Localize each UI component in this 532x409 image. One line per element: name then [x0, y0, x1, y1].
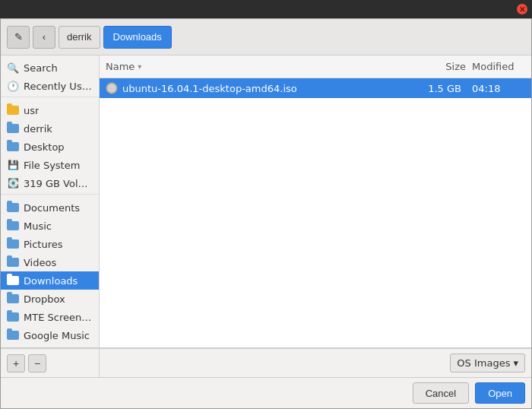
sidebar-item-derrik[interactable]: derrik [1, 119, 99, 138]
folder-documents-icon [7, 201, 19, 214]
drive-icon: 💾 [7, 159, 19, 171]
folder-blue-icon [7, 122, 19, 135]
file-disc-icon [106, 82, 118, 94]
edit-button[interactable]: ✎ [7, 26, 30, 49]
parent-folder-button[interactable]: derrik [59, 26, 100, 49]
table-row[interactable]: ubuntu-16.04.1-desktop-amd64.iso 1.5 GB … [100, 78, 531, 98]
filter-label: OS Images [457, 357, 510, 369]
sidebar-item-google-music[interactable]: Google Music [1, 326, 99, 344]
volume-icon: 💽 [7, 177, 19, 189]
folder-google-music-icon [7, 329, 19, 341]
col-name-label: Name [106, 61, 135, 72]
file-name-label: ubuntu-16.04.1-desktop-amd64.iso [122, 83, 410, 94]
sidebar-item-file-system[interactable]: 💾 File System [1, 156, 99, 174]
sidebar: 🔍 Search 🕐 Recently Used usr derrik [1, 55, 100, 347]
clock-icon: 🕐 [7, 80, 19, 92]
file-size-label: 1.5 GB [414, 83, 467, 94]
sidebar-label-usr: usr [24, 105, 39, 116]
main-file-area: Name ▾ Size Modified ubuntu-16.04.1-desk… [100, 55, 531, 347]
add-folder-button[interactable]: + [7, 354, 25, 373]
sidebar-label-downloads: Downloads [24, 275, 78, 287]
folder-music-icon [7, 220, 19, 232]
sidebar-label-videos: Videos [24, 257, 56, 268]
filter-area: OS Images ▾ [100, 349, 531, 377]
sidebar-item-pictures[interactable]: Pictures [1, 235, 99, 253]
sidebar-label-pictures: Pictures [24, 239, 62, 250]
sort-arrow-icon: ▾ [138, 62, 141, 71]
sidebar-item-recently-used[interactable]: 🕐 Recently Used [1, 77, 99, 95]
file-header: Name ▾ Size Modified [100, 55, 531, 78]
action-bar: Cancel Open [1, 377, 531, 408]
sidebar-item-downloads[interactable]: Downloads [1, 271, 99, 290]
edit-icon: ✎ [14, 31, 23, 43]
sidebar-item-music[interactable]: Music [1, 217, 99, 235]
sidebar-label-319gb: 319 GB Volume [24, 178, 93, 189]
folder-dropbox-icon [7, 293, 19, 305]
back-icon: ‹ [43, 31, 46, 43]
breadcrumb: derrik Downloads [59, 26, 172, 49]
folder-mte-icon [7, 311, 19, 323]
col-modified-header: Modified [472, 61, 525, 72]
file-modified-label: 04:18 [472, 83, 525, 94]
folder-pictures-icon [7, 238, 19, 250]
sidebar-item-dropbox[interactable]: Dropbox [1, 290, 99, 308]
back-button[interactable]: ‹ [33, 26, 55, 49]
sidebar-label-search: Search [24, 62, 58, 74]
sidebar-label-derrik: derrik [24, 123, 52, 135]
sidebar-label-mte: MTE Screensh... [24, 312, 93, 323]
open-button[interactable]: Open [475, 382, 525, 404]
dialog-bottom: + − OS Images ▾ Cancel Open [1, 347, 531, 408]
sidebar-item-319gb[interactable]: 💽 319 GB Volume [1, 174, 99, 192]
folder-icon [7, 104, 19, 116]
sidebar-bottom: + − [1, 349, 100, 377]
toolbar: ✎ ‹ derrik Downloads [1, 19, 531, 55]
sidebar-label-file-system: File System [24, 160, 80, 171]
sidebar-label-dropbox: Dropbox [24, 293, 65, 305]
sidebar-label-documents: Documents [24, 202, 80, 214]
sidebar-label-google-music: Google Music [24, 330, 90, 341]
current-folder-button[interactable]: Downloads [103, 26, 172, 49]
content-area: 🔍 Search 🕐 Recently Used usr derrik [1, 55, 531, 347]
sidebar-item-search[interactable]: 🔍 Search [1, 59, 99, 77]
col-name-header[interactable]: Name ▾ [106, 61, 419, 72]
sidebar-item-documents[interactable]: Documents [1, 198, 99, 217]
folder-desktop-icon [7, 141, 19, 153]
sidebar-item-mte[interactable]: MTE Screensh... [1, 308, 99, 326]
cancel-button[interactable]: Cancel [413, 382, 469, 404]
sidebar-label-music: Music [24, 220, 52, 232]
file-list: ubuntu-16.04.1-desktop-amd64.iso 1.5 GB … [100, 78, 531, 347]
title-bar: ✕ [0, 0, 532, 18]
folder-downloads-icon [7, 274, 19, 287]
folder-videos-icon [7, 256, 19, 268]
remove-folder-button[interactable]: − [28, 354, 46, 373]
sidebar-item-desktop[interactable]: Desktop [1, 138, 99, 156]
sidebar-item-usr[interactable]: usr [1, 101, 99, 119]
sidebar-label-recently-used: Recently Used [24, 81, 93, 92]
filter-dropdown[interactable]: OS Images ▾ [450, 354, 525, 373]
dropdown-arrow-icon: ▾ [513, 357, 518, 369]
sidebar-label-desktop: Desktop [24, 141, 65, 153]
file-dialog: ✎ ‹ derrik Downloads 🔍 Search 🕐 Recently… [0, 18, 532, 409]
search-icon: 🔍 [7, 62, 19, 74]
close-button[interactable]: ✕ [517, 4, 527, 14]
sidebar-item-videos[interactable]: Videos [1, 253, 99, 271]
col-size-header: Size [419, 61, 472, 72]
